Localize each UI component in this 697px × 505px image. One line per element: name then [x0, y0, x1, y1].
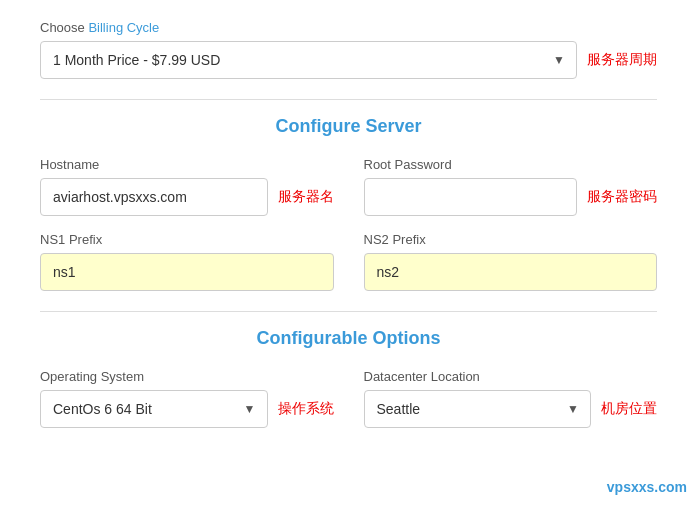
watermark: vpsxxs.com: [607, 479, 687, 495]
hostname-input[interactable]: [40, 178, 268, 216]
billing-label: Choose Billing Cycle: [40, 20, 657, 35]
ns2-input[interactable]: [364, 253, 658, 291]
billing-cycle-select[interactable]: 1 Month Price - $7.99 USD 3 Month Price …: [40, 41, 577, 79]
os-select[interactable]: CentOs 6 64 Bit CentOs 7 64 Bit Ubuntu 1…: [40, 390, 268, 428]
configure-server-title: Configure Server: [40, 116, 657, 137]
datacenter-select-wrapper: Seattle Los Angeles New York Dallas ▼: [364, 390, 592, 428]
billing-label-highlight: Billing Cycle: [88, 20, 159, 35]
ns1-col: NS1 Prefix: [40, 232, 334, 291]
ns-row: NS1 Prefix NS2 Prefix: [40, 232, 657, 291]
root-password-annotation: 服务器密码: [587, 188, 657, 206]
billing-annotation: 服务器周期: [587, 51, 657, 69]
configurable-options-title: Configurable Options: [40, 328, 657, 349]
datacenter-col: Datacenter Location Seattle Los Angeles …: [364, 369, 658, 428]
hostname-col: Hostname 服务器名: [40, 157, 334, 216]
billing-section: Choose Billing Cycle 1 Month Price - $7.…: [40, 20, 657, 79]
datacenter-select-row: Seattle Los Angeles New York Dallas ▼ 机房…: [364, 390, 658, 428]
ns1-label: NS1 Prefix: [40, 232, 334, 247]
hostname-input-row: 服务器名: [40, 178, 334, 216]
root-password-input-row: 服务器密码: [364, 178, 658, 216]
ns1-input[interactable]: [40, 253, 334, 291]
os-label: Operating System: [40, 369, 334, 384]
datacenter-label: Datacenter Location: [364, 369, 658, 384]
configurable-options-divider: [40, 311, 657, 312]
root-password-col: Root Password 服务器密码: [364, 157, 658, 216]
root-password-input[interactable]: [364, 178, 578, 216]
billing-select-wrapper: 1 Month Price - $7.99 USD 3 Month Price …: [40, 41, 577, 79]
configure-server-divider: [40, 99, 657, 100]
os-select-wrapper: CentOs 6 64 Bit CentOs 7 64 Bit Ubuntu 1…: [40, 390, 268, 428]
datacenter-select[interactable]: Seattle Los Angeles New York Dallas: [364, 390, 592, 428]
os-datacenter-row: Operating System CentOs 6 64 Bit CentOs …: [40, 369, 657, 428]
billing-row: 1 Month Price - $7.99 USD 3 Month Price …: [40, 41, 657, 79]
os-select-row: CentOs 6 64 Bit CentOs 7 64 Bit Ubuntu 1…: [40, 390, 334, 428]
os-col: Operating System CentOs 6 64 Bit CentOs …: [40, 369, 334, 428]
hostname-password-row: Hostname 服务器名 Root Password 服务器密码: [40, 157, 657, 216]
hostname-label: Hostname: [40, 157, 334, 172]
os-annotation: 操作系统: [278, 400, 334, 418]
hostname-annotation: 服务器名: [278, 188, 334, 206]
root-password-label: Root Password: [364, 157, 658, 172]
datacenter-annotation: 机房位置: [601, 400, 657, 418]
ns2-label: NS2 Prefix: [364, 232, 658, 247]
ns2-col: NS2 Prefix: [364, 232, 658, 291]
